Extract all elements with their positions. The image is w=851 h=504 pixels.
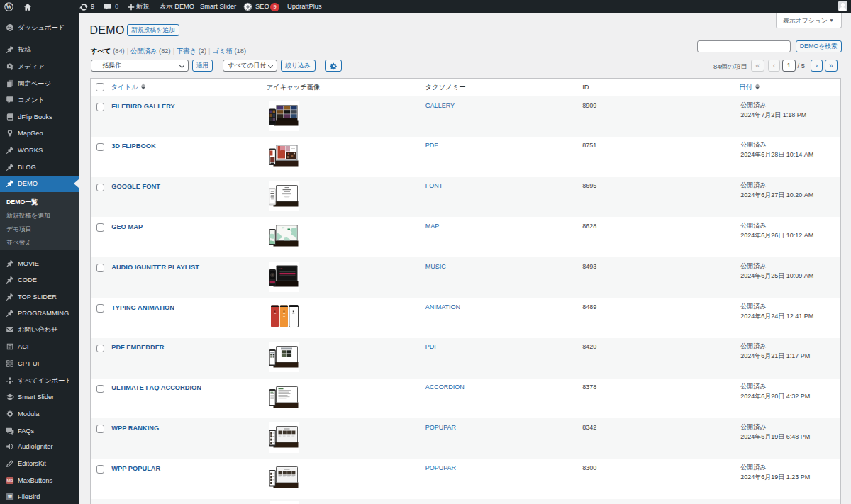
svg-text:W: W bbox=[6, 3, 12, 10]
svg-text:MB: MB bbox=[7, 478, 13, 483]
svg-text:W: W bbox=[8, 494, 12, 499]
